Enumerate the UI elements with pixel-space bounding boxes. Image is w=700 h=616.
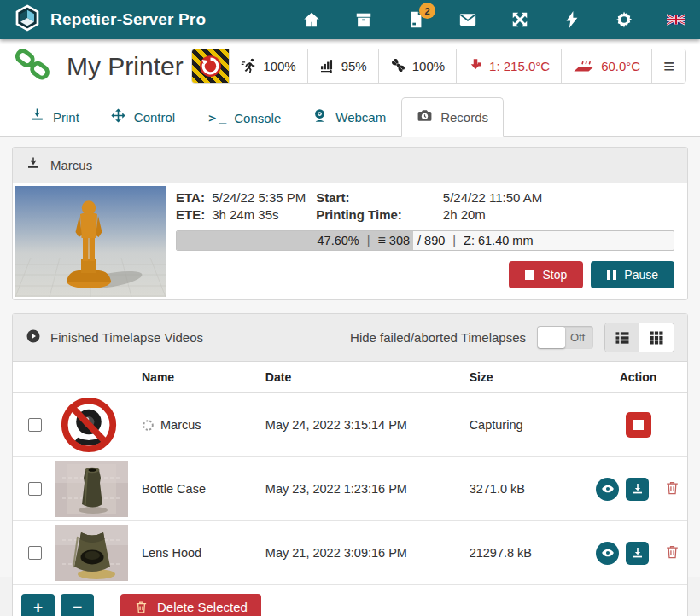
home-icon[interactable]: [301, 9, 322, 30]
video-thumbnail[interactable]: [55, 525, 128, 581]
language-flag-icon[interactable]: [666, 9, 686, 30]
video-date: May 24, 2022 3:15:14 PM: [259, 393, 463, 457]
start-value: 5/24/22 11:50 AM: [443, 190, 674, 205]
video-name: Lens Hood: [142, 546, 201, 560]
fullscreen-icon[interactable]: [510, 9, 530, 30]
ete-value: 3h 24m 35s: [212, 207, 306, 222]
select-all-button[interactable]: +: [21, 594, 55, 616]
webcam-tab-icon: [312, 108, 328, 126]
heated-bed-icon: [573, 57, 595, 76]
video-size: 3271.0 kB: [463, 457, 589, 521]
app-title: Repetier-Server Pro: [50, 10, 206, 29]
tab-control[interactable]: Control: [95, 97, 190, 137]
hide-failed-toggle[interactable]: Off: [537, 326, 593, 349]
video-date: May 23, 2022 1:23:16 PM: [259, 457, 463, 521]
layer-current: 308: [389, 234, 410, 247]
start-label: Start:: [316, 190, 402, 205]
job-card-header: Marcus: [13, 148, 687, 183]
current-job-card: Marcus: [12, 147, 688, 300]
power-icon[interactable]: [562, 9, 582, 30]
repetier-logo-icon: [14, 4, 41, 35]
flow-status[interactable]: 95%: [307, 49, 378, 83]
timelapse-card-header: Finished Timelapse Videos Hide failed/ab…: [13, 314, 687, 362]
job-stats: ETA: 5/24/22 5:35 PM Start: 5/24/22 11:5…: [176, 190, 674, 222]
row-checkbox[interactable]: [28, 482, 42, 496]
list-view-button[interactable]: [605, 323, 639, 352]
pause-icon: [607, 270, 616, 280]
connection-link-icon[interactable]: [14, 48, 51, 85]
archive-icon[interactable]: [353, 9, 374, 30]
table-row: Marcus May 24, 2022 3:15:14 PM Capturing: [13, 393, 687, 457]
table-row: Lens Hood May 21, 2022 3:09:16 PM 21297.…: [13, 521, 687, 585]
eta-label: ETA:: [176, 190, 205, 205]
messages-icon[interactable]: [458, 9, 478, 30]
print-progress-bar: 47.60% | ≡ 308 / 890 | Z: 61.40 mm: [176, 230, 674, 251]
printing-time-value: 2h 20m: [443, 207, 674, 222]
download-video-button[interactable]: [626, 542, 649, 565]
tab-records[interactable]: Records: [401, 97, 504, 137]
timelapse-title: Finished Timelapse Videos: [50, 330, 203, 345]
eta-value: 5/24/22 5:35 PM: [212, 190, 306, 205]
row-checkbox[interactable]: [28, 418, 42, 432]
timelapse-footer: + − Delete Selected: [13, 585, 687, 616]
delete-selected-button[interactable]: Delete Selected: [120, 594, 261, 616]
download-icon: [631, 482, 645, 496]
view-switcher: [604, 323, 674, 352]
speed-value: 100%: [263, 59, 295, 73]
column-action: Action: [589, 362, 687, 393]
bed-temp-status[interactable]: 60.0°C: [561, 49, 651, 83]
video-size: Capturing: [463, 393, 589, 457]
stop-button[interactable]: Stop: [509, 261, 583, 288]
brand[interactable]: Repetier-Server Pro: [14, 4, 206, 35]
stop-capture-button[interactable]: [626, 412, 651, 438]
column-name: Name: [135, 362, 259, 393]
fan-status[interactable]: 100%: [378, 49, 456, 83]
stop-icon: [525, 270, 534, 280]
hamburger-icon: ≡: [663, 57, 674, 76]
preview-video-button[interactable]: [596, 542, 619, 565]
extruder-icon: [468, 57, 483, 75]
video-date: May 21, 2022 3:09:16 PM: [259, 521, 463, 585]
download-icon: [631, 546, 645, 560]
tab-print[interactable]: Print: [14, 97, 95, 137]
download-video-button[interactable]: [626, 478, 649, 501]
layer-total: / 890: [417, 234, 445, 247]
table-row: Bottle Case May 23, 2022 1:23:16 PM 3271…: [13, 457, 687, 521]
job-name: Marcus: [50, 158, 92, 172]
flow-value: 95%: [341, 59, 367, 73]
grid-view-button[interactable]: [639, 323, 674, 352]
emergency-stop-button[interactable]: [192, 49, 229, 83]
eye-icon: [601, 546, 615, 560]
row-checkbox[interactable]: [28, 546, 42, 560]
deselect-all-button[interactable]: −: [61, 594, 94, 616]
toggle-knob: [538, 327, 565, 348]
video-thumbnail[interactable]: [55, 461, 128, 517]
extruder-temp-status[interactable]: 1: 215.0°C: [456, 49, 561, 83]
video-name: Marcus: [160, 418, 201, 432]
grid-view-icon: [648, 329, 665, 346]
delete-video-button[interactable]: [664, 543, 680, 562]
fan-value: 100%: [412, 59, 445, 73]
webcam-disabled-icon: [61, 397, 117, 453]
timelapse-table: Name Date Size Action: [13, 362, 687, 585]
z-height: Z: 61.40 mm: [464, 234, 533, 247]
speed-status[interactable]: 100%: [229, 49, 306, 83]
settings-icon[interactable]: [614, 9, 634, 30]
printing-time-label: Printing Time:: [316, 207, 402, 222]
video-name: Bottle Case: [142, 482, 206, 496]
pause-button[interactable]: Pause: [591, 261, 674, 288]
preview-video-button[interactable]: [596, 478, 619, 501]
delete-video-button[interactable]: [664, 479, 680, 498]
navbar: Repetier-Server Pro 2: [0, 0, 700, 39]
progress-percent: 47.60%: [318, 234, 359, 247]
console-tab-icon: ＞_: [206, 110, 226, 126]
list-view-icon: [614, 329, 631, 346]
control-tab-icon: [110, 108, 126, 126]
printer-menu-button[interactable]: ≡: [651, 49, 685, 83]
trash-icon: [664, 543, 680, 560]
tab-webcam[interactable]: Webcam: [296, 97, 401, 137]
tab-console[interactable]: ＞_ Console: [190, 100, 296, 137]
job-preview-image: [15, 186, 166, 297]
records-content: Marcus: [0, 137, 700, 577]
printjobs-icon[interactable]: 2: [405, 9, 426, 30]
